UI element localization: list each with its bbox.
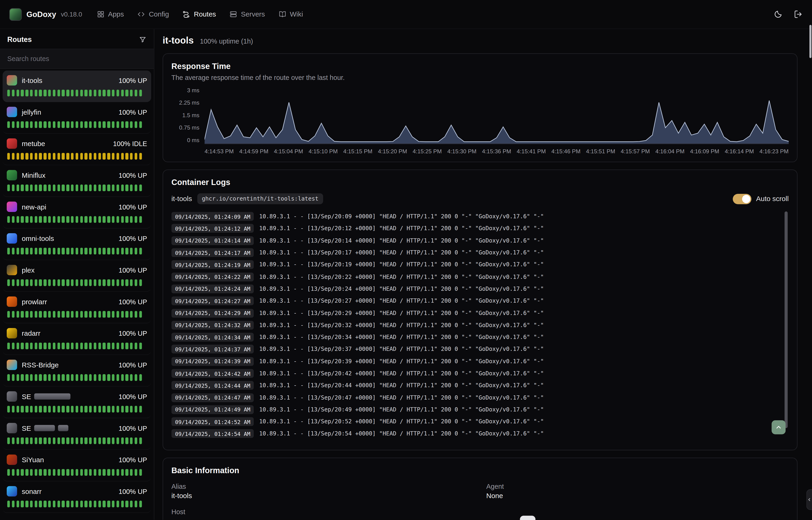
uptime-bar bbox=[66, 437, 69, 444]
chart-plot-area bbox=[205, 88, 789, 144]
uptime-bar bbox=[112, 90, 115, 97]
uptime-bar bbox=[7, 311, 10, 318]
uptime-bar bbox=[25, 153, 28, 160]
uptime-bar bbox=[71, 184, 74, 191]
uptime-bar bbox=[71, 153, 74, 160]
uptime-bar bbox=[84, 184, 87, 191]
route-item-rss-bridge[interactable]: RSS-Bridge100% UP bbox=[3, 355, 151, 387]
uptime-bar bbox=[16, 311, 19, 318]
uptime-bar bbox=[89, 216, 92, 223]
uptime-bar bbox=[48, 406, 51, 413]
metube-icon bbox=[7, 138, 17, 149]
nav-item-servers[interactable]: Servers bbox=[229, 10, 265, 18]
route-item-omni-tools[interactable]: omni-tools100% UP bbox=[3, 229, 151, 260]
route-item-se[interactable]: SE100% UP bbox=[3, 418, 151, 450]
route-item-jellyfin[interactable]: jellyfin100% UP bbox=[3, 102, 151, 134]
collapse-panel-handle[interactable] bbox=[806, 489, 812, 510]
x-tick-label: 4:15:10 PM bbox=[309, 148, 338, 154]
godoxy-app: GoDoxy v0.18.0 AppsConfigRoutesServersWi… bbox=[0, 0, 812, 520]
uptime-bar bbox=[48, 153, 51, 160]
uptime-bar bbox=[12, 374, 15, 381]
nav-item-label: Apps bbox=[108, 10, 124, 18]
route-item-row: RSS-Bridge100% UP bbox=[7, 360, 147, 370]
uptime-bar bbox=[93, 406, 96, 413]
logs-scrollbar[interactable] bbox=[785, 211, 788, 428]
uptime-bar bbox=[93, 90, 96, 97]
prowlarr-icon bbox=[7, 296, 17, 307]
uptime-bar bbox=[71, 121, 74, 128]
uptime-bar bbox=[12, 248, 15, 254]
log-timestamp: 09/14/2025, 01:24:47 AM bbox=[171, 393, 254, 402]
uptime-bar bbox=[39, 184, 42, 191]
field-value: None bbox=[486, 492, 789, 499]
page-scrollbar-thumb[interactable] bbox=[809, 25, 812, 58]
uptime-bar bbox=[116, 184, 119, 191]
uptime-bar bbox=[107, 311, 110, 318]
search-routes-input[interactable] bbox=[0, 49, 154, 68]
scroll-to-top-button[interactable] bbox=[772, 420, 786, 434]
nav-item-apps[interactable]: Apps bbox=[96, 10, 124, 18]
nav-item-config[interactable]: Config bbox=[137, 10, 169, 18]
log-row: 09/14/2025, 01:24:19 AM10.89.3.1 - - [13… bbox=[171, 259, 780, 271]
log-message: 10.89.3.1 - - [13/Sep/20:24 +0000] "HEAD… bbox=[259, 286, 544, 292]
funnel-icon[interactable] bbox=[139, 35, 146, 43]
uptime-bar bbox=[53, 153, 55, 160]
uptime-bar bbox=[130, 469, 133, 476]
uptime-bar bbox=[57, 469, 60, 476]
uptime-bar bbox=[25, 184, 28, 191]
log-timestamp: 09/14/2025, 01:24:27 AM bbox=[171, 296, 254, 306]
y-tick-label: 0.75 ms bbox=[179, 125, 199, 130]
route-name: SE bbox=[22, 424, 68, 432]
uptime-bar bbox=[112, 121, 115, 128]
uptime-bar bbox=[98, 184, 101, 191]
route-item-sonarr[interactable]: sonarr100% UP bbox=[3, 482, 151, 513]
route-item-metube[interactable]: metube100% IDLE bbox=[3, 134, 151, 165]
route-item-siyuan[interactable]: SiYuan100% UP bbox=[3, 450, 151, 482]
uptime-bar bbox=[7, 90, 10, 97]
uptime-bar bbox=[44, 121, 46, 128]
x-tick-label: 4:15:30 PM bbox=[447, 148, 476, 154]
route-item-row: metube100% IDLE bbox=[7, 138, 147, 149]
route-item-prowlarr[interactable]: prowlarr100% UP bbox=[3, 292, 151, 323]
basic-information-card: Basic Information Aliasit-toolsAgentNone… bbox=[163, 458, 797, 520]
uptime-bar bbox=[57, 342, 60, 349]
route-item-plex[interactable]: plex100% UP bbox=[3, 260, 151, 292]
field-label: Agent bbox=[486, 483, 789, 490]
x-tick-label: 4:14:53 PM bbox=[205, 148, 234, 154]
top-navbar: GoDoxy v0.18.0 AppsConfigRoutesServersWi… bbox=[0, 0, 812, 29]
route-item-row: omni-tools100% UP bbox=[7, 233, 147, 243]
uptime-bar bbox=[98, 342, 101, 349]
logs-meta-row: it-tools ghcr.io/corentinth/it-tools:lat… bbox=[171, 193, 789, 204]
uptime-bar bbox=[34, 437, 37, 444]
route-item-row: it-tools100% UP bbox=[7, 75, 147, 85]
uptime-bar bbox=[107, 406, 110, 413]
route-name: sonarr bbox=[22, 487, 41, 495]
route-item-miniflux[interactable]: Miniflux100% UP bbox=[3, 165, 151, 197]
uptime-bar bbox=[121, 501, 123, 508]
uptime-bar bbox=[103, 501, 106, 508]
response-time-card: Response Time The average response time … bbox=[163, 53, 797, 162]
log-message: 10.89.3.1 - - [13/Sep/20:54 +0000] "HEAD… bbox=[259, 430, 544, 437]
uptime-bar bbox=[125, 184, 128, 191]
nav-item-wiki[interactable]: Wiki bbox=[278, 10, 303, 18]
autoscroll-toggle[interactable] bbox=[733, 193, 752, 204]
uptime-bars bbox=[7, 121, 147, 128]
basic-information-title: Basic Information bbox=[171, 466, 789, 475]
uptime-bar bbox=[121, 248, 123, 254]
route-item-radarr[interactable]: radarr100% UP bbox=[3, 323, 151, 355]
uptime-bar bbox=[21, 216, 24, 223]
route-item-it-tools[interactable]: it-tools100% UP bbox=[3, 71, 151, 102]
uptime-bar bbox=[80, 469, 83, 476]
route-name: jellyfin bbox=[22, 108, 41, 116]
uptime-bar bbox=[76, 342, 78, 349]
route-item-row: SE100% UP bbox=[7, 423, 147, 433]
route-item-se[interactable]: SE100% UP bbox=[3, 387, 151, 418]
logout-icon[interactable] bbox=[794, 10, 803, 19]
route-name: SiYuan bbox=[22, 456, 44, 463]
nav-item-routes[interactable]: Routes bbox=[183, 10, 216, 18]
uptime-bar bbox=[135, 184, 137, 191]
route-item-new-api[interactable]: new-api100% UP bbox=[3, 197, 151, 229]
uptime-bar bbox=[66, 374, 69, 381]
moon-icon[interactable] bbox=[774, 10, 782, 19]
new-api-icon bbox=[7, 202, 17, 212]
